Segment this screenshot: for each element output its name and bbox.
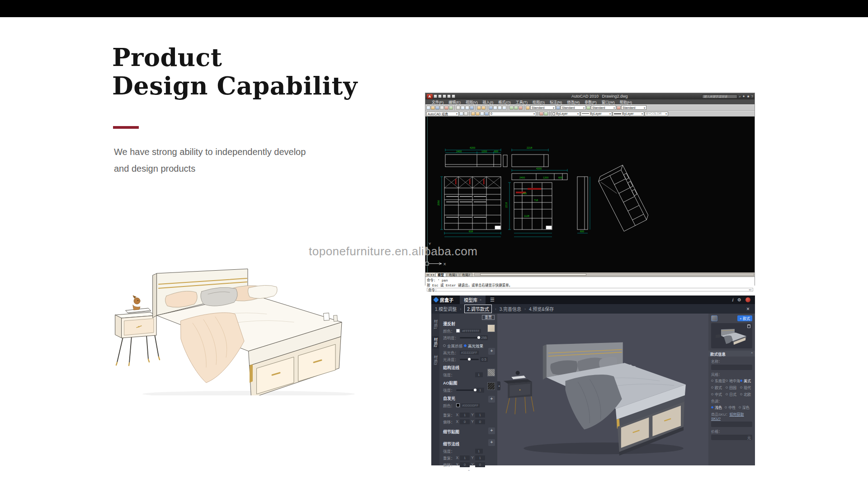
price-input[interactable]: 元 [711,435,752,440]
tab-model-library[interactable]: 模型库 × [460,296,486,304]
cad-menu-item[interactable]: 参数(P) [585,99,597,104]
avatar[interactable] [745,297,750,302]
layer-bulb-icon[interactable] [471,112,475,116]
layer-sun-icon[interactable] [476,112,480,116]
search-binoculars-icon[interactable]: ⌕ [739,94,741,99]
new-file-icon[interactable] [426,106,430,110]
cad-menu-item[interactable]: 修改(M) [567,99,580,104]
make-layer-current-icon[interactable] [539,112,543,116]
layer-lock-icon[interactable] [480,112,484,116]
command-scroll-icon[interactable]: ◂▸ [749,288,752,291]
diffuse-texture-thumbnail[interactable] [487,324,495,332]
style-option-pastoral[interactable]: 田园 [726,385,740,390]
normal-strength-value[interactable]: 1 [475,372,483,377]
offset-y-value[interactable]: 0 [475,419,485,424]
glossiness-slider[interactable] [460,359,479,360]
detail-repeat-y[interactable]: 1 [475,455,485,460]
zoom-window-icon[interactable] [498,106,502,110]
ao-texture-thumbnail[interactable] [487,382,495,390]
model-thumbnail-icon[interactable] [711,315,717,321]
step-complete-info[interactable]: 3.完善信息 [500,305,521,312]
match-properties-icon[interactable] [470,106,474,110]
workspace-select[interactable]: AutoCAD 经典▾ [426,112,459,116]
gloss-option-label[interactable]: 高光效果 [468,343,483,348]
step-preview-save[interactable]: 4.预览&保存 [529,305,554,312]
qat-plot-icon[interactable] [452,94,455,98]
mleader-style-icon[interactable] [617,106,621,110]
qat-new-icon[interactable] [434,94,437,98]
cad-menu-item[interactable]: 绘图(D) [533,99,545,104]
emissive-hex-value[interactable]: #000000FF [461,403,480,408]
detail-offset-y[interactable]: 0 [475,462,485,467]
cad-search-input[interactable] [702,94,737,99]
dim-style-select[interactable]: Standard▾ [561,105,586,110]
panel-collapse-caret-icon[interactable]: ⌃ [443,469,495,474]
copy-icon[interactable] [461,106,465,110]
qat-undo-icon[interactable] [447,94,451,98]
repeat-y-value[interactable]: 1 [475,413,485,418]
specular-hex-value[interactable]: #333333FF [460,351,479,355]
style-option-european[interactable]: 欧式 [711,385,726,390]
style-info-header[interactable]: 款式信息 ⌃ [708,351,755,357]
add-style-button[interactable]: + 款式 [737,315,752,321]
properties-icon[interactable] [509,106,514,110]
normal-texture-thumbnail[interactable] [487,369,495,376]
tab-layout1[interactable]: 布局1 [447,273,459,277]
tab-material-2[interactable]: 材质2 [432,336,439,349]
tab-material-1[interactable]: 材质1 [432,318,439,331]
tone-option-neutral[interactable]: 中性 [725,405,738,410]
qat-open-icon[interactable] [438,94,442,98]
cad-menu-item[interactable]: 文件(F) [432,99,443,104]
paste-icon[interactable] [465,106,469,110]
cad-menu-item[interactable]: 插入(I) [483,99,494,104]
layer-properties-icon[interactable] [464,112,468,116]
plot-preview-icon[interactable] [444,106,448,110]
command-input-row[interactable]: 命令: ◂▸ [427,288,753,291]
info-icon[interactable]: i [732,297,733,302]
workspace-settings-icon[interactable] [459,112,463,116]
text-style-select[interactable]: Standard▾ [530,105,556,110]
add-detail-map-button[interactable]: + [488,427,495,434]
zoom-previous-icon[interactable] [502,106,506,110]
cad-menu-item[interactable]: 窗口(W) [602,99,615,104]
layer-select[interactable]: 0▾ [489,112,536,116]
glossiness-value[interactable]: 0.5 [480,357,488,362]
designcenter-icon[interactable] [514,106,518,110]
detail-offset-x[interactable]: 0 [460,462,470,467]
diffuse-hex-value[interactable]: #FFFFFFFF [461,329,481,333]
tab-prev-arrow-icon[interactable]: ◂ [430,273,432,276]
tab-layout2[interactable]: 布局2 [460,273,472,277]
tab-model[interactable]: 模型 [435,273,446,277]
cad-menu-item[interactable]: 视图(V) [466,99,478,104]
cad-command-area[interactable]: 命令: ' pan 按 Esc 或 Enter 键退出，或单击右键显示快捷菜单。… [425,277,755,286]
diffuse-color-swatch[interactable] [456,329,460,333]
add-specular-map-button[interactable]: + [488,348,495,355]
open-file-icon[interactable] [431,106,435,110]
style-preview-image[interactable] [711,323,752,348]
hamburger-menu-icon[interactable]: ☰ [490,297,495,303]
star-icon[interactable]: ★ [746,94,750,99]
repeat-x-value[interactable]: 1 [460,413,470,418]
style-option-nordic[interactable]: 北欧 [740,392,752,397]
cad-menu-item[interactable]: 编辑(E) [448,99,461,104]
add-emissive-map-button[interactable]: + [488,396,495,403]
lineweight-select[interactable]: ByLayer▾ [613,112,644,116]
color-select[interactable]: ByLayer▾ [551,112,580,116]
layer-color-icon[interactable] [485,112,489,116]
detail-strength-value[interactable]: 1 [475,449,483,454]
reset-button[interactable]: 重置 [482,315,495,320]
style-option-chinese[interactable]: 中式 [711,392,726,397]
metal-option-label[interactable]: 金属质感 [447,343,462,348]
add-detail-normal-button[interactable]: + [488,439,495,446]
section-collapse-caret-icon[interactable]: ⌃ [750,352,753,356]
style-option-american[interactable]: 美式 [740,378,752,383]
panel-collapse-handle-icon[interactable]: ◂ [497,381,500,390]
trash-icon[interactable] [747,324,750,328]
publish-icon[interactable] [449,106,453,110]
layer-previous-icon[interactable] [544,112,548,116]
table-style-select[interactable]: Standard▾ [591,105,616,110]
emissive-color-swatch[interactable] [456,403,460,407]
redo-icon[interactable] [481,106,486,110]
satellite-icon[interactable]: ✦ [742,94,745,99]
gloss-radio[interactable] [464,344,467,347]
